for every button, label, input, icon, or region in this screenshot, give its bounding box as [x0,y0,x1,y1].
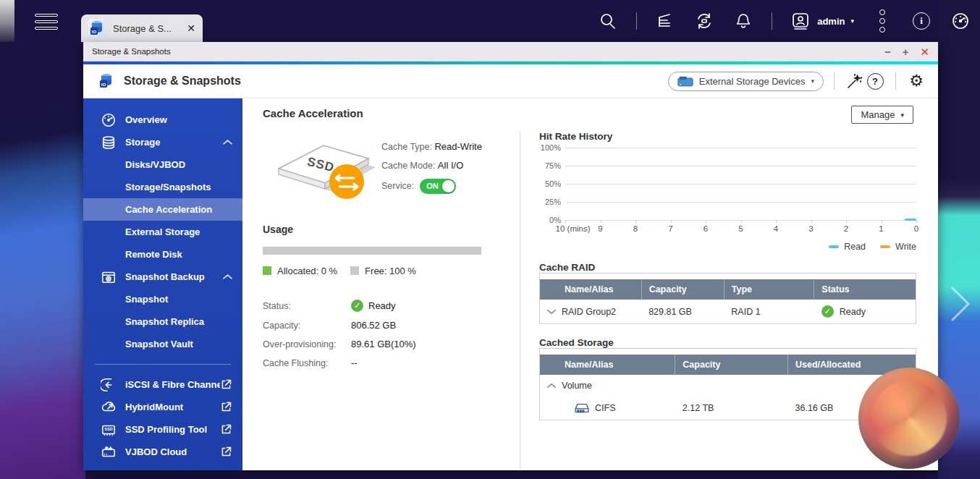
window-titlebar[interactable]: Storage & Snapshots − + ✕ [83,42,938,62]
cache-raid-table: Name/AliasCapacityTypeStatusRAID Group28… [540,279,916,324]
usage-detail-row: Cache Flushing:-- [263,357,501,368]
external-link-icon[interactable] [220,423,232,436]
sidebar-item-disks-vjbod[interactable]: Disks/VJBOD [83,153,242,176]
caret-down-icon: ▾ [900,111,904,119]
info-icon[interactable]: i [911,10,932,32]
background-tasks-icon[interactable] [654,10,676,32]
hybridmount-cloud-icon [101,399,117,415]
main-content: Cache Acceleration Manage▾ SSD Cache Typ… [242,98,938,470]
sidebar-item-iscsi-fibre-channel[interactable]: iSCSI & Fibre Channel [83,373,242,396]
window-close-icon[interactable]: ✕ [920,46,929,57]
chart-y-label: 75% [538,161,561,170]
sidebar-item-label: Snapshot Vault [125,339,232,349]
sidebar-item-label: Disks/VJBOD [125,159,232,170]
sidebar-item-overview[interactable]: Overview [83,109,242,131]
sidebar-item-ssd-profiling-tool[interactable]: SSDSSD Profiling Tool [83,418,242,441]
device-selector-dropdown[interactable]: External Storage Devices ▾ [668,72,824,91]
user-icon [790,10,811,32]
chart-gridline [565,166,916,166]
column-header-name-alias[interactable]: Name/Alias [540,355,675,375]
sidebar-item-snapshot[interactable]: Snapshot [83,288,242,310]
sidebar-item-label: HybridMount [125,402,220,412]
app-title: Storage & Snapshots [124,75,668,88]
ssd-illustration: SSD [263,131,377,203]
page-title: Cache Acceleration [263,107,916,119]
sidebar-item-vjbod-cloud[interactable]: VJBOD Cloud [83,441,242,463]
more-dots-icon[interactable] [871,10,893,32]
desktop: { "glyphs": {"minimize":"−","maximize":"… [0,0,980,479]
sidebar-item-snapshot-vault[interactable]: Snapshot Vault [83,333,242,355]
usage-detail-row: Status:✓Ready [263,300,501,312]
maximize-icon[interactable]: + [903,46,909,57]
header-divider [895,72,896,90]
chart-x-label: 8 [633,224,638,233]
settings-gear-icon[interactable]: ⚙ [906,71,926,91]
topbar-divider [636,12,637,30]
svg-text:SSD: SSD [104,427,113,431]
hit-rate-chart: 100%75%50%25%0% 10 (mins)9876543210 Read… [539,148,916,252]
chart-gridline [565,184,916,185]
next-desktop-chevron-icon[interactable] [948,284,973,324]
usage-details: Status:✓ReadyCapacity:806.52 GBOver-prov… [263,300,501,368]
chart-y-label: 50% [538,179,561,188]
external-link-icon[interactable] [220,446,232,458]
service-row: Service:ON [381,179,482,194]
sidebar-item-label: Storage [125,137,223,148]
cache-raid-title: Cache RAID [539,262,916,273]
column-header-name-alias[interactable]: Name/Alias [540,279,641,300]
sidebar-item-snapshot-backup[interactable]: Snapshot Backup [83,266,242,288]
sidebar-item-cache-acceleration[interactable]: Cache Acceleration [83,198,242,221]
topbar-divider [772,12,772,30]
chevron-down-icon[interactable] [547,309,556,315]
external-link-icon[interactable] [220,401,232,413]
chart-x-label: 7 [668,224,672,233]
free-swatch [350,266,359,275]
read-series-segment [905,219,916,221]
header-divider [834,72,835,90]
dashboard-icon[interactable] [950,10,971,32]
svg-text:IO: IO [92,30,97,34]
wand-icon[interactable] [845,71,865,91]
caret-down-icon: ▾ [811,77,814,85]
cached-storage-title: Cached Storage [539,337,916,348]
snapshot-camera-icon [101,269,117,285]
sidebar-item-remote-disk[interactable]: Remote Disk [83,243,242,266]
cache-raid-row[interactable]: RAID Group2829.81 GBRAID 1✓Ready [540,300,916,324]
sidebar-item-hybridmount[interactable]: HybridMount [83,396,242,418]
column-header-type[interactable]: Type [724,279,814,300]
tab-close-icon[interactable]: ✕ [187,22,195,34]
storage-app-icon: IO [88,19,107,38]
sidebar-divider [95,364,231,365]
chevron-up-icon[interactable] [223,139,232,145]
admin-menu[interactable]: admin ▾ [790,10,854,32]
chevron-up-icon[interactable] [223,274,232,280]
chart-x-label: 10 (mins) [556,224,591,233]
service-toggle[interactable]: ON [420,179,456,194]
column-header-capacity[interactable]: Capacity [641,279,724,300]
app-header: IO Storage & Snapshots External Storage … [83,64,938,98]
cache-info-row: Cache Mode: All I/O [381,160,482,171]
sidebar-item-storage-snapshots[interactable]: Storage/Snapshots [83,176,242,198]
sync-icon[interactable] [693,10,715,32]
chevron-up-icon[interactable] [547,383,556,389]
notification-bell-icon[interactable] [732,10,754,32]
cached-storage-group-row[interactable]: Volume [540,375,916,397]
minimize-icon[interactable]: − [884,46,891,57]
column-header-status[interactable]: Status [814,279,916,300]
sidebar-item-storage[interactable]: Storage [83,131,242,153]
external-link-icon[interactable] [220,378,232,391]
storage-snapshots-window: Storage & Snapshots − + ✕ IO Storage & S… [83,42,938,470]
chart-x-label: 2 [844,224,848,233]
chart-x-label: 3 [808,224,813,233]
chart-gridline [565,202,916,203]
help-icon[interactable]: ? [865,71,885,91]
main-menu-icon[interactable] [35,14,58,30]
sidebar-item-external-storage[interactable]: External Storage [83,221,242,243]
sidebar-item-snapshot-replica[interactable]: Snapshot Replica [83,310,242,333]
app-tab-storage-snapshots[interactable]: IO Storage & S... ✕ [81,14,203,42]
manage-button[interactable]: Manage▾ [851,106,913,124]
chart-x-label: 4 [774,224,778,233]
column-header-capacity[interactable]: Capacity [675,355,788,375]
search-icon[interactable] [597,10,619,32]
gauge-icon [101,112,117,128]
